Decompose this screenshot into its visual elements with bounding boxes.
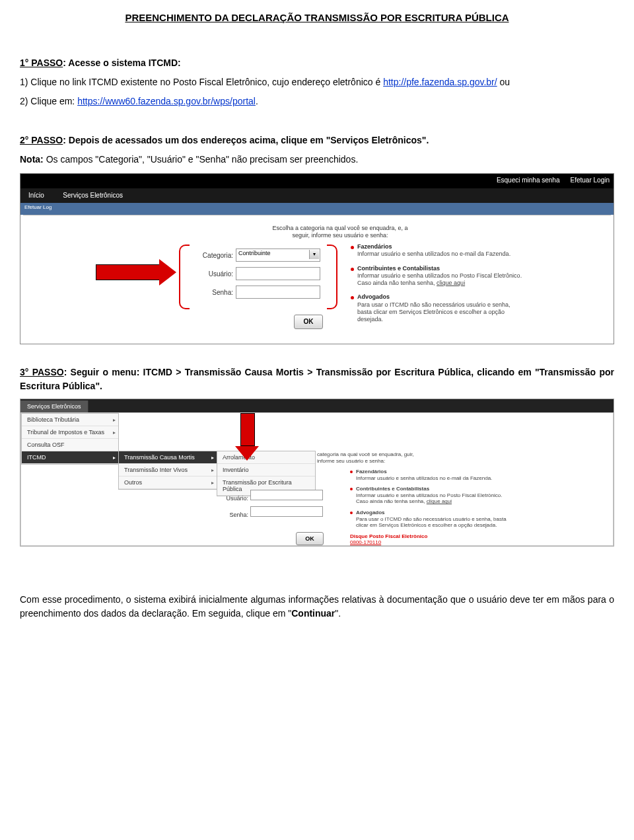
link-pfe[interactable]: http://pfe.fazenda.sp.gov.br/ <box>383 77 497 87</box>
chevron-down-icon[interactable]: ▾ <box>309 250 319 259</box>
menu-outros[interactable]: Outros▸ <box>119 477 217 489</box>
menu-col1: Biblioteca Tributária▸ Tribunal de Impos… <box>21 413 119 465</box>
step3-text: 3° PASSO: Seguir o menu: ITCMD > Transmi… <box>20 365 614 393</box>
roles-info-2: FazendáriosInformar usuário e senha util… <box>350 469 510 546</box>
clique-aqui-link[interactable]: clique aqui <box>437 280 465 286</box>
menu-itcmd[interactable]: ITCMD▸ <box>22 451 118 464</box>
menu-causa-mortis[interactable]: Transmissão Causa Mortis▸ <box>119 451 217 464</box>
top-bar: Esqueci minha senhaEfetuar Login <box>20 174 614 188</box>
ok-button[interactable]: OK <box>294 315 323 329</box>
menu-consulta[interactable]: Consulta OSF <box>22 439 118 451</box>
categoria-select[interactable]: Contribuinte▾ <box>236 248 320 262</box>
link-portal[interactable]: https://www60.fazenda.sp.gov.br/wps/port… <box>77 96 256 106</box>
roles-info: FazendáriosInformar usuário e senha util… <box>351 243 522 330</box>
arrow-right-icon <box>96 264 160 280</box>
senha-input-2[interactable] <box>250 506 323 517</box>
nota: Nota: Os campos "Categoria", "Usuário" e… <box>20 153 614 167</box>
menu-tribunal[interactable]: Tribunal de Impostos e Taxas▸ <box>22 426 118 439</box>
menu-biblioteca[interactable]: Biblioteca Tributária▸ <box>22 414 118 426</box>
usuario-label: Usuário: <box>192 270 233 278</box>
step2-text: 2° PASSO: Depois de acessados um dos end… <box>20 134 614 147</box>
bracket-left-icon <box>179 245 190 309</box>
forgot-password-link[interactable]: Esqueci minha senha <box>497 176 560 184</box>
senha-input[interactable] <box>236 286 320 299</box>
tab-inicio[interactable]: Início <box>20 188 52 202</box>
screenshot-login: Esqueci minha senhaEfetuar Login Início … <box>20 173 614 344</box>
login-link[interactable]: Efetuar Login <box>571 176 610 184</box>
usuario-input-2[interactable] <box>250 490 323 500</box>
step1-text1: 1) Clique no link ITCMD existente no Pos… <box>20 75 614 89</box>
screenshot-menu: Serviços Eletrônicos Biblioteca Tributár… <box>20 399 614 547</box>
page-title: PREENCHIMENTO DA DECLARAÇÃO TRANSMISSÃO … <box>20 12 614 23</box>
menu-inventario[interactable]: Inventário <box>217 464 315 477</box>
arrow-down-icon <box>235 413 259 461</box>
usuario-input[interactable] <box>236 267 320 280</box>
categoria-label: Categoria: <box>192 252 233 259</box>
form-intro-2: categoria na qual você se enquadra, guir… <box>317 451 429 464</box>
usuario-label-2: Usuário: <box>210 495 248 502</box>
menu-col2: Transmissão Causa Mortis▸ Transmissão In… <box>118 451 217 490</box>
step1-text2: 2) Clique em: https://www60.fazenda.sp.g… <box>20 95 614 108</box>
menu-inter-vivos[interactable]: Transmissão Inter Vivos▸ <box>119 464 217 477</box>
ok-button-2[interactable]: OK <box>296 532 324 545</box>
sub-bar: Efetuar Log <box>20 203 614 215</box>
form-intro: Escolha a categoria na qual você se enqu… <box>267 225 413 239</box>
menu-arrolamento[interactable]: Arrolamento <box>217 451 315 464</box>
step1-heading: 1° PASSO: Acesse o sistema ITCMD: <box>20 56 614 70</box>
senha-label: Senha: <box>192 289 233 296</box>
tab-servicos-2[interactable]: Serviços Eletrônicos <box>20 401 88 412</box>
bracket-right-icon <box>327 245 337 309</box>
phone-link[interactable]: 0800-170110 <box>350 539 510 546</box>
clique-aqui-link-2[interactable]: clique aqui <box>427 498 452 504</box>
closing-text: Com esse procedimento, o sistema exibirá… <box>20 593 614 621</box>
tab-servicos[interactable]: Serviços Eletrônicos <box>55 188 131 202</box>
nav-tabs: Início Serviços Eletrônicos <box>20 188 614 203</box>
senha-label-2: Senha: <box>210 512 248 518</box>
